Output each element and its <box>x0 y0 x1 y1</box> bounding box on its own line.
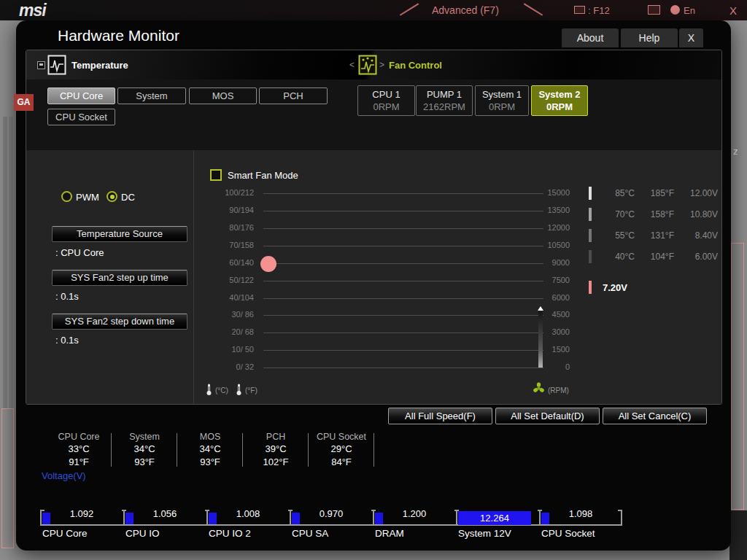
voltage-rail-label: CPU IO <box>125 528 160 539</box>
fan-rpm: 0RPM <box>476 101 528 113</box>
voltage-bar-system-12v: 12.264 <box>458 511 531 525</box>
background-top-bar: msi Advanced (F7) : F12 En X <box>0 0 747 20</box>
temp-tick-label: 50/122 <box>200 276 254 284</box>
readout-name: MOS <box>178 432 242 443</box>
smart-fan-label: Smart Fan Mode <box>228 170 298 181</box>
readout-celsius: 34°C <box>178 443 242 456</box>
rpm-unit-label: (RPM) <box>548 386 569 394</box>
about-button[interactable]: About <box>562 28 619 47</box>
fan-icon <box>533 382 545 397</box>
gauge-temp-c: 70°C <box>595 209 635 219</box>
gauge-temp-c: 55°C <box>595 230 635 241</box>
gauge-temp-c: 85°C <box>595 188 635 198</box>
temp-tick-label: 100/212 <box>200 188 254 197</box>
temp-tick-label: 0/ 32 <box>200 362 254 371</box>
tab-mos[interactable]: MOS <box>189 88 257 104</box>
dialog-title: Hardware Monitor <box>58 27 179 44</box>
gridline <box>263 246 543 246</box>
readout-divider <box>374 433 374 467</box>
gauge-bar <box>589 208 592 221</box>
all-set-cancel-button[interactable]: All Set Cancel(C) <box>603 408 707 424</box>
fan-tab-system2[interactable]: System 2 0RPM <box>531 85 588 116</box>
fan-tab-system1[interactable]: System 1 0RPM <box>475 85 529 116</box>
fan-rpm: 0RPM <box>358 101 414 113</box>
thermometer-icon <box>205 384 213 399</box>
tab-system[interactable]: System <box>117 88 186 104</box>
language-icon <box>670 5 680 15</box>
gridline <box>263 332 543 333</box>
graph-row: 40/1046000 <box>26 293 721 303</box>
fan-tab-cpu1[interactable]: CPU 1 0RPM <box>357 85 415 116</box>
gridline <box>263 350 543 351</box>
gridline <box>263 228 543 229</box>
gauge-temp-f: 158°F <box>635 209 674 219</box>
fan-speed-slider[interactable] <box>538 311 543 368</box>
voltage-section-title: Voltage(V) <box>42 470 86 481</box>
graph-row: 10/ 501500 <box>26 345 721 355</box>
fan-control-chart-icon <box>358 54 377 78</box>
smart-fan-checkbox[interactable] <box>210 169 222 181</box>
gauge-bar <box>589 250 592 263</box>
hardware-monitor-dialog: Hardware Monitor About Help X Temperatur… <box>16 20 731 551</box>
voltage-ruler: 1.092 CPU Core 1.056 CPU IO 1.008 CPU IO… <box>40 505 624 550</box>
chevron-left-icon[interactable]: < <box>349 60 355 70</box>
screenshot-icon <box>574 6 585 14</box>
gauge-volt: 12.00V <box>674 188 718 198</box>
temp-tick-label: 40/104 <box>200 293 254 302</box>
rpm-tick-label: 12000 <box>515 223 570 232</box>
language-label: En <box>684 5 695 16</box>
fan-control-section-label: Fan Control <box>389 60 442 71</box>
all-full-speed-button[interactable]: All Full Speed(F) <box>388 408 492 424</box>
readout-fahrenheit: 102°F <box>244 456 308 469</box>
graph-row: 30/ 864500 <box>26 310 721 320</box>
readout-fahrenheit: 93°F <box>112 456 177 469</box>
readout-name: PCH <box>244 432 308 443</box>
help-button[interactable]: Help <box>621 28 678 47</box>
voltage-rail-label: CPU SA <box>292 528 328 539</box>
readout-name: CPU Socket <box>309 432 374 443</box>
gauge-volt: 8.40V <box>674 230 718 241</box>
all-set-default-button[interactable]: All Set Default(D) <box>495 408 600 424</box>
tab-cpu-core[interactable]: CPU Core <box>47 88 115 104</box>
tab-cpu-socket[interactable]: CPU Socket <box>47 109 115 125</box>
advanced-menu-label: Advanced (F7) <box>432 4 499 16</box>
rpm-tick-label: 6000 <box>515 293 570 302</box>
graph-row: 70/15810500 <box>26 241 721 251</box>
graph-row: 0/ 320 <box>26 362 721 373</box>
background-widget-frame <box>1 408 14 548</box>
gauge-row: 55°C131°F8.40V <box>595 230 722 241</box>
graph-row: 20/ 683000 <box>26 327 721 338</box>
readout-name: System <box>112 432 177 443</box>
chevron-right-icon[interactable]: > <box>379 60 384 70</box>
readout-celsius: 29°C <box>309 443 374 456</box>
window-toggle-icon[interactable] <box>37 61 45 69</box>
fan-curve-point-handle[interactable] <box>260 256 276 272</box>
monitor-panel: Temperature < > Fan Control CPU Core Sys… <box>26 50 722 405</box>
background-close-label: X <box>729 4 737 17</box>
voltage-rail-label: CPU Core <box>42 528 88 539</box>
gridline <box>263 315 543 316</box>
temp-tick-label: 10/ 50 <box>200 345 254 354</box>
fan-slider-arrow[interactable] <box>538 306 543 311</box>
gauge-row: 85°C185°F12.00V <box>595 188 722 198</box>
background-band <box>3 117 7 408</box>
readout-divider <box>177 433 177 467</box>
fan-name: PUMP 1 <box>417 88 472 101</box>
msi-logo: msi <box>19 1 46 20</box>
gauge-temp-c: 40°C <box>595 252 635 262</box>
voltage-value: 1.098 <box>539 508 622 519</box>
close-button[interactable]: X <box>679 28 703 47</box>
tab-pch[interactable]: PCH <box>259 88 328 104</box>
celsius-unit-label: (°C) <box>215 386 228 394</box>
gridline <box>263 281 543 281</box>
readout-fahrenheit: 91°F <box>47 456 111 469</box>
decorative-slash <box>524 3 543 16</box>
fan-tab-pump1[interactable]: PUMP 1 2162RPM <box>416 85 473 116</box>
background-dark-block <box>729 510 747 560</box>
gauge-temp-f: 131°F <box>635 230 674 241</box>
fan-rpm: 2162RPM <box>417 101 472 113</box>
thermometer-icon <box>235 384 243 399</box>
decorative-slash <box>400 3 419 16</box>
voltage-value: 1.092 <box>40 508 123 519</box>
readout-name: CPU Core <box>47 432 111 443</box>
